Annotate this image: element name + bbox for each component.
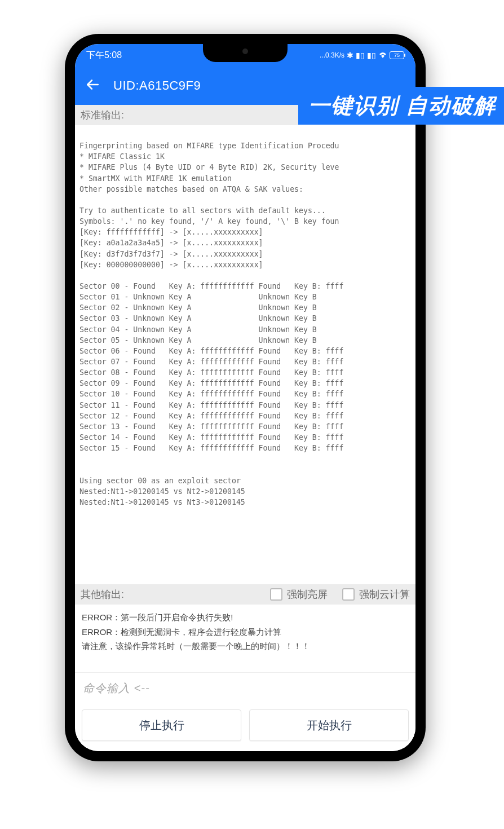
force-cloud-label: 强制云计算 — [359, 588, 410, 601]
notice-line: 请注意，该操作异常耗时（一般需要一个晚上的时间）！！！ — [82, 639, 409, 654]
signal-icon-1: ▮▯ — [356, 51, 365, 60]
status-right: ...0.3K/s ✱ ▮▯ ▮▯ 75 — [320, 51, 404, 60]
battery-icon: 75 — [390, 51, 404, 59]
other-label: 其他输出: — [81, 588, 124, 601]
status-time: 下午5:08 — [86, 50, 122, 61]
command-input[interactable]: 命令输入 <-- — [75, 672, 415, 704]
command-placeholder: 命令输入 <-- — [83, 682, 150, 694]
console-output[interactable]: Fingerprinting based on MIFARE type Iden… — [75, 125, 415, 584]
signal-icon-2: ▮▯ — [367, 51, 376, 60]
force-bright-checkbox[interactable] — [270, 588, 282, 601]
force-bright-label: 强制亮屏 — [287, 588, 328, 601]
other-header: 其他输出: 强制亮屏 强制云计算 — [75, 584, 415, 605]
bluetooth-icon: ✱ — [347, 51, 353, 60]
phone-notch — [203, 44, 288, 62]
page-title: UID:A615C9F9 — [113, 78, 201, 93]
status-net-speed: ...0.3K/s — [320, 51, 344, 59]
back-button[interactable] — [85, 77, 100, 95]
start-button[interactable]: 开始执行 — [249, 709, 409, 741]
button-row: 停止执行 开始执行 — [75, 704, 415, 751]
force-cloud-checkbox[interactable] — [342, 588, 355, 601]
error-line: ERROR：第一段后门开启命令执行失败! — [82, 610, 409, 625]
stdout-label: 标准输出: — [81, 108, 124, 122]
wifi-icon — [378, 51, 387, 60]
stop-button[interactable]: 停止执行 — [82, 709, 241, 741]
promo-overlay: 一键识别 自动破解 — [298, 87, 504, 125]
phone-screen: 下午5:08 ...0.3K/s ✱ ▮▯ ▮▯ 75 UID:A615C9F9… — [75, 44, 415, 751]
other-output[interactable]: ERROR：第一段后门开启命令执行失败! ERROR：检测到无漏洞卡，程序会进行… — [75, 605, 415, 672]
phone-frame: 下午5:08 ...0.3K/s ✱ ▮▯ ▮▯ 75 UID:A615C9F9… — [65, 34, 426, 761]
error-line: ERROR：检测到无漏洞卡，程序会进行轻度暴力计算 — [82, 625, 409, 640]
